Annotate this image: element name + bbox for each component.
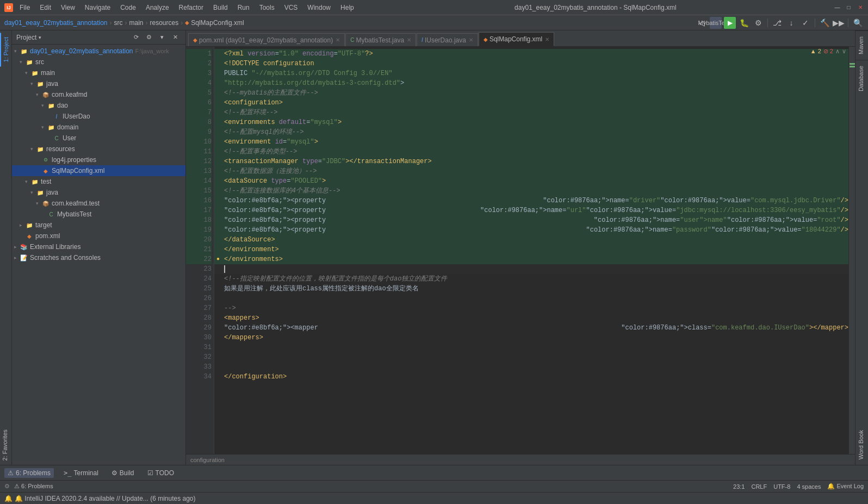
tree-pom[interactable]: ◆ pom.xml [12,231,185,241]
code-line-6: <configuration> [214,98,848,108]
run-button[interactable]: ▶ [724,17,736,29]
breadcrumb-resources[interactable]: resources [150,19,179,27]
run-config-dropdown[interactable]: MybatisTest ▾ [710,17,722,29]
tab-mybatistest[interactable]: C MybatisTest.java ✕ [345,33,416,46]
bottom-tab-build[interactable]: ⚙ Build [108,468,138,478]
scroll-down-icon[interactable]: ∨ [842,48,846,55]
indent-info[interactable]: 4 spaces [797,483,821,490]
right-tab-maven[interactable]: Maven [855,30,868,60]
problems-icon: ⚠ [8,469,14,477]
line-num-33: 33 [186,362,212,372]
scroll-overview[interactable] [848,47,855,454]
menu-navigate[interactable]: Navigate [82,3,114,13]
right-tab-wordbook[interactable]: Word Book [855,425,868,465]
right-tab-database[interactable]: Database [855,60,868,97]
tab-pom[interactable]: ◆ pom.xml (day01_eeay_02mybatis_annotati… [188,33,345,46]
tree-external-libs[interactable]: ▸ 📚 External Libraries [12,241,185,252]
tree-log4j[interactable]: ⚙ log4j.properties [12,154,185,165]
tree-mybatistest[interactable]: C MybatisTest [12,209,185,220]
tree-test-java[interactable]: ▾ 📁 java [12,187,185,198]
close-button[interactable]: ✕ [857,4,864,11]
tree-target[interactable]: ▸ 📁 target [12,220,185,231]
tree-resources[interactable]: ▾ 📁 resources [12,144,185,154]
menu-code[interactable]: Code [117,3,139,13]
tree-domain[interactable]: ▾ 📁 domain [12,122,185,133]
code-editor[interactable]: <?xml version="1.0" encoding="UTF-8"?> <… [214,47,848,454]
project-panel-dropdown[interactable]: ▾ [39,35,41,40]
bottom-tab-terminal[interactable]: >_ Terminal [60,468,102,478]
breadcrumb-project[interactable]: day01_eeay_02mybatis_annotation [4,19,107,27]
tree-root[interactable]: ▾ 📁 day01_eeay_02mybatis_annotation F:\j… [12,46,185,57]
run-coverage-button[interactable]: ⚙ [752,17,764,29]
breadcrumb-src[interactable]: src [114,19,122,27]
tree-scratches[interactable]: ▸ 📝 Scratches and Consoles [12,252,185,263]
tab-sqlmapconfig[interactable]: ◆ SqlMapConfig.xml ✕ [479,32,554,46]
build-project-button[interactable]: 🔨 [819,17,830,29]
scroll-up-icon[interactable]: ∧ [835,48,840,55]
project-collapse-button[interactable]: ▾ [156,32,168,43]
code-line-11: <!--配置事务的类型--> [214,147,848,157]
code-line-3: PUBLIC "-//mybatis.org//DTD Config 3.0//… [214,69,848,78]
menu-edit[interactable]: Edit [36,3,54,13]
bottom-tab-todo[interactable]: ☑ TODO [144,468,177,478]
code-line-31 [214,343,848,352]
left-tab-favorites[interactable]: 2: Favorites [0,425,11,465]
bottom-bar: ⚠ 6: Problems >_ Terminal ⚙ Build ☑ TODO [0,465,868,480]
terminal-label: Terminal [73,469,98,477]
tree-src[interactable]: ▾ 📁 src [12,57,185,67]
project-sync-button[interactable]: ⟳ [130,32,142,43]
tree-com-keafmd[interactable]: ▾ 📦 com.keafmd [12,89,185,100]
breadcrumb-main[interactable]: main [129,19,143,27]
update-button[interactable]: ↓ [785,17,797,29]
menu-vcs[interactable]: VCS [281,3,301,13]
line-num-7: 7 [186,108,212,117]
breadcrumb-sep1: › [109,19,111,27]
code-line-1: <?xml version="1.0" encoding="UTF-8"?> [214,49,848,59]
tree-user[interactable]: C User [12,133,185,144]
bottom-tab-problems[interactable]: ⚠ 6: Problems [4,468,54,478]
code-line-15: <!--配置连接数据库的4个基本信息--> [214,186,848,196]
line-ending[interactable]: CRLF [751,483,767,490]
tree-sqlmapconfig[interactable]: ◆ SqlMapConfig.xml [12,165,185,176]
search-everywhere-button[interactable]: 🔍 [852,17,864,29]
maximize-button[interactable]: □ [845,4,852,11]
menu-refactor[interactable]: Refactor [176,3,207,13]
project-gear-button[interactable]: ⚙ [143,32,155,43]
minimize-button[interactable]: — [834,4,841,11]
notification-icon: 🔔 [4,495,13,502]
menu-tools[interactable]: Tools [256,3,278,13]
tree-iuserdao[interactable]: I IUserDao [12,111,185,122]
debug-button[interactable]: 🐛 [738,17,750,29]
menu-help[interactable]: Help [337,3,357,13]
tree-java[interactable]: ▾ 📁 java [12,78,185,89]
tab-sqlmapconfig-close[interactable]: ✕ [545,36,549,42]
line-num-30: 30 [186,333,212,343]
encoding[interactable]: UTF-8 [773,483,790,490]
menu-build[interactable]: Build [210,3,231,13]
menu-file[interactable]: File [16,3,33,13]
line-num-11: 11 [186,147,212,157]
tree-test[interactable]: ▾ 📁 test [12,176,185,187]
tree-dao[interactable]: ▾ 📁 dao [12,100,185,111]
menu-window[interactable]: Window [304,3,334,13]
menu-view[interactable]: View [58,3,78,13]
git-button[interactable]: ⎇ [771,17,783,29]
project-panel-header: Project ▾ ⟳ ⚙ ▾ ✕ [12,30,185,45]
run-all-button[interactable]: ▶▶ [833,17,845,29]
left-tab-project[interactable]: 1: Project [0,33,11,66]
menu-analyze[interactable]: Analyze [142,3,172,13]
window-controls: — □ ✕ [834,4,864,11]
tab-pom-close[interactable]: ✕ [336,37,340,43]
tree-com-keafmd-test[interactable]: ▾ 📦 com.keafmd.test [12,198,185,209]
event-log-icon[interactable]: 🔔 Event Log [827,483,864,490]
tab-iuserdao[interactable]: I IUserDao.java ✕ [417,33,478,46]
cursor-position: 23:1 [733,483,745,490]
project-close-button[interactable]: ✕ [169,32,181,43]
tree-main[interactable]: ▾ 📁 main [12,67,185,78]
menu-run[interactable]: Run [234,3,253,13]
code-line-34: </configuration> [214,372,848,382]
tab-iuserdao-close[interactable]: ✕ [469,37,473,43]
status-problems[interactable]: ⚠ 6: Problems [14,483,53,490]
tab-mybatistest-close[interactable]: ✕ [407,37,411,43]
commit-button[interactable]: ✓ [799,17,811,29]
